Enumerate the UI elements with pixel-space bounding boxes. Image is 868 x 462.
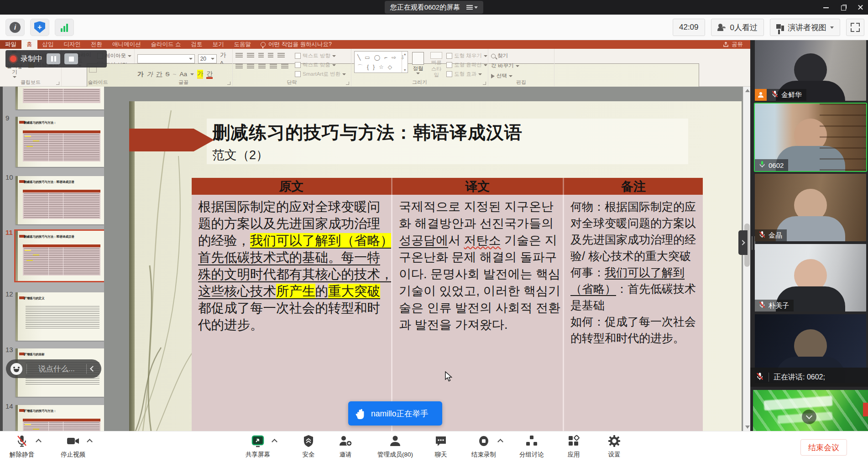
find-button[interactable]: 찾기 [491, 52, 519, 59]
pause-recording-button[interactable] [47, 53, 60, 64]
shape-effects-button[interactable]: 도형 효과 [446, 71, 487, 78]
close-icon[interactable] [857, 4, 864, 11]
chat-input-placeholder[interactable]: 说点什么... [31, 364, 82, 374]
dialog-launcher-icon[interactable] [227, 82, 230, 85]
participant-video-金晶[interactable]: 金晶 [755, 174, 866, 241]
scroll-down-icon[interactable] [745, 426, 750, 429]
tell-me-search[interactable]: 어떤 작업을 원하시나요? [256, 40, 336, 49]
line-spacing-icon[interactable] [277, 53, 285, 58]
toolbar-apps-button[interactable]: 应用 [553, 435, 595, 459]
ppt-tab-홈[interactable]: 홈 [21, 40, 37, 49]
font-name-combo[interactable] [137, 54, 195, 63]
participant-video-0602[interactable]: 0602 [755, 104, 866, 171]
numbering-icon[interactable] [247, 53, 254, 58]
shape-outline-button[interactable]: 도형 윤곽선 [446, 62, 487, 68]
slide-thumbnail-12[interactable]: 扩增练习的定义 [16, 292, 104, 341]
columns-icon[interactable] [281, 64, 288, 69]
participant-video-朴美子[interactable]: 朴美子 [755, 244, 866, 311]
view-mode-dropdown[interactable]: 演讲者视图 [770, 19, 840, 36]
font-color-button[interactable]: 간 [206, 70, 213, 78]
dialog-launcher-icon[interactable] [56, 82, 59, 85]
emoji-icon[interactable] [10, 363, 22, 375]
highlight-color-button[interactable]: 가 [197, 70, 204, 78]
scroll-up-icon[interactable] [745, 89, 750, 92]
ppt-tab-애니메이션[interactable]: 애니메이션 [107, 40, 146, 49]
participant-video-金鲜华[interactable]: 金鲜华 [755, 40, 866, 101]
toolbar-mute-button[interactable]: 解除静音 [1, 435, 43, 459]
ppt-tab-디자인[interactable]: 디자인 [59, 40, 86, 49]
increase-font-icon[interactable]: 가˄ [220, 51, 230, 66]
ppt-vertical-scrollbar[interactable] [743, 87, 750, 431]
justify-icon[interactable] [270, 64, 277, 69]
toolbar-security-button[interactable]: 安全 [288, 435, 329, 459]
increase-indent-icon[interactable] [268, 53, 273, 58]
shape-gallery-scroll[interactable]: ▲▼ [402, 52, 408, 73]
chevron-left-icon[interactable] [90, 366, 96, 372]
shape-gallery[interactable]: ╲▭◯⌐⇨⇩ ⌒{}☆◇ ▲▼ [354, 51, 408, 73]
viewers-button[interactable]: 0人看过 [711, 19, 764, 36]
align-left-icon[interactable] [235, 64, 243, 69]
scroll-more-participants-button[interactable] [802, 410, 816, 424]
dialog-launcher-icon[interactable] [346, 82, 349, 85]
decrease-indent-icon[interactable] [258, 53, 264, 58]
strikethrough-button[interactable]: S [166, 71, 170, 78]
quick-styles-button[interactable]: 빠른 스타일 [428, 51, 444, 79]
thumbnail-number: 14 [5, 402, 13, 410]
slide-thumbnail-14[interactable]: 扩增练习的技巧与方法： [16, 405, 104, 431]
slide-thumbnail-11[interactable]: 删减练习的技巧与方法：韩语译成汉语 [16, 231, 104, 281]
shape-fill-button[interactable]: 도형 채우기 [446, 52, 487, 59]
ppt-tab-파일[interactable]: 파일 [0, 40, 21, 49]
fullscreen-button[interactable] [846, 19, 864, 36]
toolbar-breakout-button[interactable]: 分组讨论 [509, 435, 554, 459]
align-center-icon[interactable] [247, 64, 254, 69]
toolbar-settings-button[interactable]: 设置 [593, 435, 635, 459]
slide-thumbnail-9[interactable]: 删减练习的技巧与方法： [16, 117, 104, 167]
text-direction-button[interactable]: 텍스트 방향 [295, 52, 346, 59]
watching-screen-pill[interactable]: 您正在观看0602的屏幕 [385, 1, 483, 14]
align-text-button[interactable]: 텍스트 맞춤 [295, 62, 346, 68]
bold-button[interactable]: 가 [137, 70, 144, 78]
maximize-icon[interactable] [840, 4, 847, 11]
slides-group-label: 슬라이드 [62, 79, 134, 86]
toolbar-label: 管理成员(80) [377, 451, 413, 459]
bullets-icon[interactable] [235, 53, 243, 58]
ppt-tab-전환[interactable]: 전환 [86, 40, 107, 49]
align-right-icon[interactable] [258, 64, 266, 69]
toolbar-chat-button[interactable]: 聊天 [420, 435, 462, 459]
minimize-icon[interactable] [822, 4, 830, 11]
toolbar-share-button[interactable]: 共享屏幕 [237, 435, 279, 459]
network-quality-button[interactable] [55, 19, 74, 36]
ppt-share-button[interactable]: 공유 [716, 40, 750, 49]
dialog-launcher-icon[interactable] [483, 82, 486, 85]
sidebar-collapse-button[interactable] [738, 230, 748, 255]
ppt-tab-검토[interactable]: 검토 [186, 40, 207, 49]
toolbar-members-button[interactable]: 管理成员(80) [367, 435, 423, 459]
ppt-tab-보기[interactable]: 보기 [207, 40, 229, 49]
convert-smartart-button[interactable]: SmartArt로 변환 [295, 71, 346, 78]
select-button[interactable]: 선택 [491, 73, 519, 79]
quick-styles-icon [430, 52, 442, 59]
font-size-combo[interactable]: 20 [198, 54, 217, 63]
italic-button[interactable]: 가 [147, 70, 153, 78]
ppt-tab-삽입[interactable]: 삽입 [37, 40, 59, 49]
replace-button[interactable]: 갃바꾸기 [491, 62, 519, 69]
change-case-button[interactable]: Aa [179, 71, 187, 78]
arrange-button[interactable]: 정렬 [410, 51, 426, 79]
stop-recording-button[interactable] [64, 53, 78, 64]
slide-thumbnail-partial[interactable] [16, 87, 104, 109]
screen-options-menu-icon[interactable] [466, 5, 478, 10]
toolbar-video-button[interactable]: 停止视频 [52, 435, 94, 459]
raise-hand-toast[interactable]: namillo正在举手 [348, 401, 442, 426]
security-shield-button[interactable]: + [30, 19, 49, 36]
end-meeting-button[interactable]: 结束会议 [800, 439, 847, 456]
character-spacing-button[interactable]: ~ [173, 71, 177, 78]
ppt-tab-도움말[interactable]: 도움말 [229, 40, 256, 49]
meeting-info-button[interactable]: i [5, 19, 25, 36]
ppt-tab-슬라이드 쇼[interactable]: 슬라이드 쇼 [146, 40, 186, 49]
quick-chat-bubble[interactable]: 说点什么... [6, 359, 101, 378]
clipboard-group-label: 클립보드 [0, 79, 61, 86]
slide-thumbnail-10[interactable]: 删减练习的技巧与方法：韩语译成汉语 [16, 176, 104, 224]
underline-button[interactable]: 간 [156, 70, 162, 78]
toolbar-record-button[interactable]: 结束录制 [463, 435, 505, 459]
toolbar-invite-button[interactable]: 邀请 [324, 435, 366, 459]
